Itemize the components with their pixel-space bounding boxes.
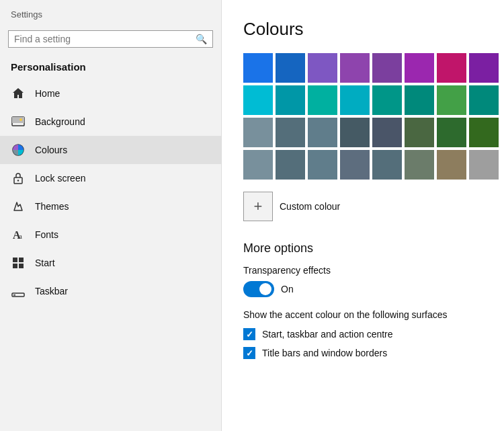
search-box[interactable]: 🔍 <box>8 30 213 48</box>
colour-swatch[interactable] <box>276 85 305 115</box>
colour-swatch[interactable] <box>405 150 434 180</box>
colour-swatch[interactable] <box>308 150 337 180</box>
sidebar-item-start[interactable]: Start <box>0 249 221 277</box>
colour-swatch[interactable] <box>276 53 305 83</box>
search-icon: 🔍 <box>196 34 207 44</box>
background-icon <box>11 114 26 129</box>
custom-colour-button[interactable]: + Custom colour <box>243 188 482 225</box>
svg-point-5 <box>17 180 19 181</box>
svg-rect-1 <box>12 117 24 123</box>
sidebar-item-label-background: Background <box>35 116 85 127</box>
colour-swatch[interactable] <box>372 118 402 147</box>
colours-icon <box>11 143 26 157</box>
checkbox-title-bars[interactable] <box>243 347 255 359</box>
colour-swatch[interactable] <box>469 85 499 115</box>
svg-rect-9 <box>19 258 24 262</box>
colour-swatch[interactable] <box>308 53 337 83</box>
colour-swatch[interactable] <box>243 150 273 180</box>
toggle-on-label: On <box>281 284 294 295</box>
surface-label: Show the accent colour on the following … <box>243 309 482 320</box>
search-input[interactable] <box>14 34 196 44</box>
more-options-title: More options <box>243 241 482 256</box>
sidebar-item-themes[interactable]: Themes <box>0 192 221 221</box>
colour-swatch[interactable] <box>243 53 273 83</box>
colour-swatch[interactable] <box>437 53 466 83</box>
colour-swatch[interactable] <box>469 150 499 180</box>
sidebar-item-label-colours: Colours <box>35 145 67 155</box>
themes-icon <box>11 199 26 214</box>
colour-swatch[interactable] <box>276 118 305 147</box>
sidebar-item-label-themes: Themes <box>35 201 69 212</box>
plus-icon: + <box>254 198 263 215</box>
checkbox-row-start: Start, taskbar and action centre <box>243 328 482 340</box>
sidebar-item-home[interactable]: Home <box>0 79 221 108</box>
sidebar-item-taskbar[interactable]: Taskbar <box>0 277 221 305</box>
colour-swatch[interactable] <box>340 150 370 180</box>
svg-rect-8 <box>13 258 17 262</box>
custom-colour-box: + <box>243 192 273 221</box>
checkbox-row-title: Title bars and window borders <box>243 347 482 359</box>
start-icon <box>11 256 26 270</box>
colour-swatch[interactable] <box>437 85 466 115</box>
app-title: Settings <box>0 0 221 26</box>
colour-swatch[interactable] <box>372 85 402 115</box>
svg-rect-13 <box>13 295 15 296</box>
custom-colour-label: Custom colour <box>280 201 340 212</box>
checkbox-label-title: Title bars and window borders <box>262 348 387 358</box>
sidebar-item-label-lock-screen: Lock screen <box>35 173 85 184</box>
colour-swatch[interactable] <box>437 118 466 147</box>
colour-swatch[interactable] <box>243 85 273 115</box>
sidebar: Settings 🔍 Personalisation Home <box>0 0 222 431</box>
taskbar-icon <box>11 284 26 299</box>
colour-swatch[interactable] <box>469 118 499 147</box>
colour-swatch[interactable] <box>372 53 402 83</box>
colour-grid <box>243 53 482 180</box>
personalisation-label: Personalisation <box>0 56 221 79</box>
svg-point-2 <box>19 118 22 121</box>
colour-swatch[interactable] <box>469 53 499 83</box>
colour-swatch[interactable] <box>405 118 434 147</box>
colour-swatch[interactable] <box>340 53 370 83</box>
colour-swatch[interactable] <box>308 85 337 115</box>
main-content: Colours <box>222 0 504 431</box>
colour-swatch[interactable] <box>437 150 466 180</box>
sidebar-item-colours[interactable]: Colours <box>0 136 221 164</box>
checkbox-start-taskbar[interactable] <box>243 328 255 340</box>
sidebar-item-label-taskbar: Taskbar <box>35 286 68 297</box>
sidebar-nav: Home Background <box>0 79 221 305</box>
fonts-icon: A a <box>11 227 26 242</box>
colour-swatch[interactable] <box>405 85 434 115</box>
sidebar-item-label-fonts: Fonts <box>35 229 58 240</box>
colour-swatch[interactable] <box>243 118 273 147</box>
toggle-row: On <box>243 281 482 297</box>
transparency-toggle[interactable] <box>243 281 274 297</box>
sidebar-item-label-start: Start <box>35 258 55 268</box>
svg-text:a: a <box>19 232 22 240</box>
checkbox-label-start: Start, taskbar and action centre <box>262 329 393 340</box>
colour-swatch[interactable] <box>276 150 305 180</box>
sidebar-item-label-home: Home <box>35 88 60 99</box>
colour-swatch[interactable] <box>372 150 402 180</box>
lock-icon <box>11 171 26 186</box>
colour-swatch[interactable] <box>405 53 434 83</box>
sidebar-item-fonts[interactable]: A a Fonts <box>0 221 221 249</box>
colour-swatch[interactable] <box>340 85 370 115</box>
svg-rect-10 <box>13 264 17 268</box>
home-icon <box>11 86 26 101</box>
sidebar-item-background[interactable]: Background <box>0 108 221 136</box>
colour-swatch[interactable] <box>308 118 337 147</box>
page-title: Colours <box>243 19 482 40</box>
sidebar-item-lock-screen[interactable]: Lock screen <box>0 164 221 192</box>
colour-swatch[interactable] <box>340 118 370 147</box>
svg-rect-11 <box>19 264 24 268</box>
transparency-label: Transparency effects <box>243 265 482 276</box>
toggle-knob <box>259 283 271 295</box>
